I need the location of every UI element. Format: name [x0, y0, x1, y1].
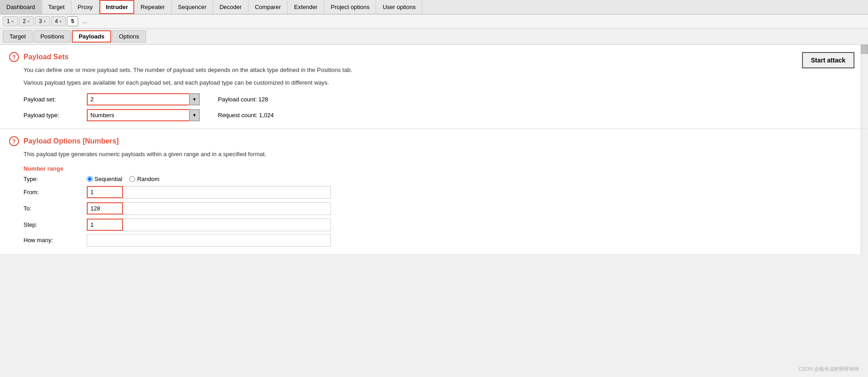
tab-num-3[interactable]: 3 × [35, 16, 50, 26]
sub-tab-bar: Target Positions Payloads Options [0, 29, 868, 45]
step-input-rest[interactable] [123, 219, 331, 231]
payload-options-section: ? Payload Options [Numbers] This payload… [0, 129, 868, 254]
tab-num-3-close[interactable]: × [43, 19, 46, 24]
from-input-wrapper [87, 186, 331, 199]
payload-type-label: Payload type: [24, 112, 87, 119]
type-label: Type: [24, 176, 87, 182]
payload-type-select-wrapper: Numbers Simple list Runtime file ▼ [87, 109, 200, 121]
number-tab-bar: 1 × 2 × 3 × 4 × 5 ... [0, 14, 868, 29]
to-input-rest[interactable] [123, 202, 331, 215]
number-range-title: Number range [24, 165, 850, 172]
radio-random[interactable]: Random [129, 176, 159, 182]
range-grid: Type: Sequential Random From: To: [24, 176, 331, 231]
how-many-label: How many: [24, 237, 87, 243]
payload-set-select[interactable]: 2 1 [87, 93, 195, 105]
radio-random-label: Random [137, 176, 159, 182]
tab-num-ellipsis[interactable]: ... [79, 17, 91, 26]
watermark: CSDN @糯米滋粑啊呀咪哟 [799, 366, 859, 372]
tab-num-5[interactable]: 5 [67, 16, 78, 26]
payload-type-select[interactable]: Numbers Simple list Runtime file [87, 109, 195, 121]
tab-num-2-label: 2 [23, 18, 26, 24]
menu-sequencer[interactable]: Sequencer [172, 0, 213, 14]
tab-num-5-label: 5 [71, 18, 74, 24]
from-input-rest[interactable] [123, 186, 331, 199]
sub-tab-payloads[interactable]: Payloads [72, 30, 111, 43]
payload-count-info: Payload count: 128 [200, 96, 850, 103]
radio-sequential-label: Sequential [94, 176, 122, 182]
menu-intruder[interactable]: Intruder [99, 0, 134, 14]
payload-sets-title: Payload Sets [24, 53, 69, 61]
radio-sequential-input[interactable] [87, 176, 93, 182]
tab-num-2[interactable]: 2 × [19, 16, 34, 26]
tab-num-4-close[interactable]: × [59, 19, 62, 24]
radio-sequential[interactable]: Sequential [87, 176, 122, 182]
to-input-wrapper [87, 202, 331, 215]
payload-sets-desc1: You can define one or more payload sets.… [24, 66, 850, 75]
tab-num-1-close[interactable]: × [11, 19, 14, 24]
payload-sets-header: ? Payload Sets [9, 52, 850, 62]
step-input[interactable] [87, 219, 123, 231]
tab-num-2-close[interactable]: × [27, 19, 30, 24]
from-label: From: [24, 189, 87, 196]
tab-num-4-label: 4 [55, 18, 58, 24]
type-radio-row: Sequential Random [87, 176, 331, 182]
sub-tab-target[interactable]: Target [3, 30, 33, 43]
request-count-info: Request count: 1,024 [200, 112, 850, 119]
step-input-wrapper [87, 219, 331, 231]
menu-target[interactable]: Target [42, 0, 71, 14]
to-input[interactable] [87, 202, 123, 215]
payload-options-header: ? Payload Options [Numbers] [9, 136, 850, 146]
menu-user-options[interactable]: User options [376, 0, 422, 14]
payload-set-select-wrapper: 2 1 ▼ [87, 93, 200, 105]
tab-num-4[interactable]: 4 × [51, 16, 66, 26]
radio-random-input[interactable] [129, 176, 135, 182]
sub-tab-options[interactable]: Options [112, 30, 146, 43]
menu-proxy[interactable]: Proxy [71, 0, 99, 14]
menu-bar: Dashboard Target Proxy Intruder Repeater… [0, 0, 868, 14]
tab-num-1[interactable]: 1 × [3, 16, 18, 26]
how-many-input[interactable] [87, 234, 331, 247]
how-many-row: How many: [24, 234, 331, 247]
menu-extender[interactable]: Extender [288, 0, 324, 14]
menu-project-options[interactable]: Project options [324, 0, 376, 14]
payload-set-label: Payload set: [24, 96, 87, 103]
menu-comparer[interactable]: Comparer [249, 0, 288, 14]
main-content: Start attack ? Payload Sets You can defi… [0, 45, 868, 254]
menu-dashboard[interactable]: Dashboard [0, 0, 42, 14]
tab-num-1-label: 1 [7, 18, 10, 24]
payload-sets-form: Payload set: 2 1 ▼ Payload count: 128 Pa… [24, 93, 850, 121]
menu-decoder[interactable]: Decoder [213, 0, 248, 14]
sub-tab-positions[interactable]: Positions [33, 30, 71, 43]
payload-sets-desc2: Various payload types are available for … [24, 78, 850, 87]
payload-options-icon: ? [9, 136, 19, 146]
payload-options-title: Payload Options [Numbers] [24, 137, 119, 145]
to-label: To: [24, 205, 87, 212]
tab-num-3-label: 3 [39, 18, 42, 24]
payload-options-desc: This payload type generates numeric payl… [24, 150, 850, 159]
start-attack-button[interactable]: Start attack [802, 52, 854, 68]
from-input[interactable] [87, 186, 123, 198]
step-label: Step: [24, 221, 87, 228]
payload-sets-section: Start attack ? Payload Sets You can defi… [0, 45, 868, 129]
payload-sets-icon: ? [9, 52, 19, 62]
menu-repeater[interactable]: Repeater [134, 0, 171, 14]
